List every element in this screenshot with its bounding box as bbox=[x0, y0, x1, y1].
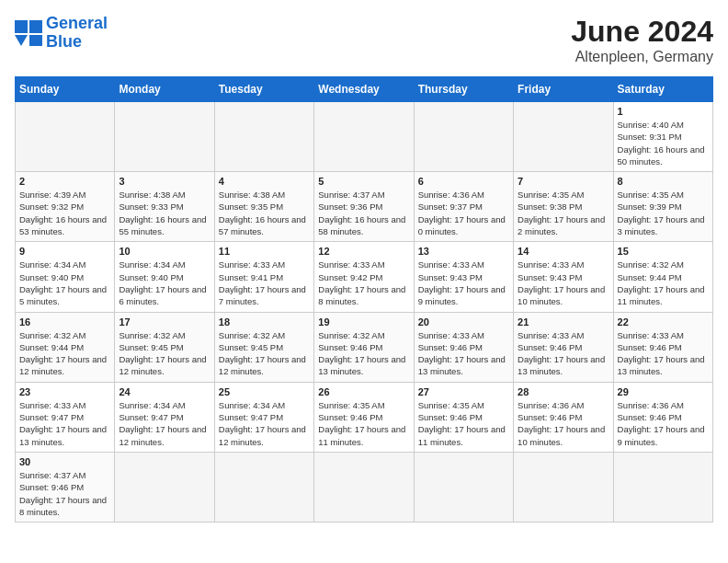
calendar-week-6: 30Sunrise: 4:37 AMSunset: 9:46 PMDayligh… bbox=[16, 452, 713, 522]
calendar-cell: 9Sunrise: 4:34 AMSunset: 9:40 PMDaylight… bbox=[16, 242, 115, 312]
calendar-cell: 28Sunrise: 4:36 AMSunset: 9:46 PMDayligh… bbox=[514, 382, 613, 452]
day-info: Sunrise: 4:32 AMSunset: 9:46 PMDaylight:… bbox=[318, 329, 409, 378]
day-info: Sunrise: 4:33 AMSunset: 9:42 PMDaylight:… bbox=[318, 259, 409, 307]
day-number: 9 bbox=[19, 246, 110, 257]
calendar-table: SundayMondayTuesdayWednesdayThursdayFrid… bbox=[15, 76, 713, 523]
calendar-cell: 24Sunrise: 4:34 AMSunset: 9:47 PMDayligh… bbox=[115, 382, 214, 452]
day-info: Sunrise: 4:39 AMSunset: 9:32 PMDaylight:… bbox=[19, 189, 110, 237]
calendar-week-1: 1Sunrise: 4:40 AMSunset: 9:31 PMDaylight… bbox=[16, 102, 713, 172]
calendar-cell bbox=[16, 102, 115, 172]
day-info: Sunrise: 4:33 AMSunset: 9:46 PMDaylight:… bbox=[618, 329, 709, 378]
day-number: 7 bbox=[518, 176, 609, 187]
header: GeneralBlue June 2024 Altenpleen, German… bbox=[15, 15, 713, 65]
day-number: 18 bbox=[219, 316, 310, 327]
calendar-cell: 27Sunrise: 4:35 AMSunset: 9:46 PMDayligh… bbox=[414, 382, 513, 452]
calendar-cell: 19Sunrise: 4:32 AMSunset: 9:46 PMDayligh… bbox=[314, 312, 414, 382]
day-info: Sunrise: 4:34 AMSunset: 9:40 PMDaylight:… bbox=[19, 259, 110, 307]
calendar-cell bbox=[115, 102, 214, 172]
svg-rect-1 bbox=[29, 20, 42, 33]
calendar-cell bbox=[214, 102, 313, 172]
calendar-cell: 5Sunrise: 4:37 AMSunset: 9:36 PMDaylight… bbox=[314, 172, 414, 242]
svg-marker-2 bbox=[15, 35, 28, 46]
calendar-cell: 15Sunrise: 4:32 AMSunset: 9:44 PMDayligh… bbox=[613, 242, 712, 312]
calendar-cell: 10Sunrise: 4:34 AMSunset: 9:40 PMDayligh… bbox=[115, 242, 214, 312]
calendar-cell: 17Sunrise: 4:32 AMSunset: 9:45 PMDayligh… bbox=[115, 312, 214, 382]
day-info: Sunrise: 4:38 AMSunset: 9:35 PMDaylight:… bbox=[219, 189, 310, 237]
calendar-cell: 29Sunrise: 4:36 AMSunset: 9:46 PMDayligh… bbox=[613, 382, 712, 452]
calendar-cell: 11Sunrise: 4:33 AMSunset: 9:41 PMDayligh… bbox=[214, 242, 313, 312]
weekday-header-wednesday: Wednesday bbox=[314, 77, 414, 102]
calendar-cell bbox=[414, 102, 513, 172]
day-info: Sunrise: 4:35 AMSunset: 9:46 PMDaylight:… bbox=[418, 399, 509, 448]
calendar-cell: 14Sunrise: 4:33 AMSunset: 9:43 PMDayligh… bbox=[514, 242, 613, 312]
day-number: 13 bbox=[418, 246, 509, 257]
calendar-subtitle: Altenpleen, Germany bbox=[571, 49, 713, 65]
calendar-cell bbox=[314, 102, 414, 172]
day-number: 8 bbox=[618, 176, 709, 187]
day-info: Sunrise: 4:34 AMSunset: 9:47 PMDaylight:… bbox=[219, 399, 310, 448]
day-info: Sunrise: 4:36 AMSunset: 9:37 PMDaylight:… bbox=[418, 189, 509, 237]
day-number: 6 bbox=[418, 176, 509, 187]
calendar-cell: 2Sunrise: 4:39 AMSunset: 9:32 PMDaylight… bbox=[16, 172, 115, 242]
day-info: Sunrise: 4:38 AMSunset: 9:33 PMDaylight:… bbox=[119, 189, 210, 237]
calendar-cell: 12Sunrise: 4:33 AMSunset: 9:42 PMDayligh… bbox=[314, 242, 414, 312]
calendar-cell: 7Sunrise: 4:35 AMSunset: 9:38 PMDaylight… bbox=[514, 172, 613, 242]
calendar-cell: 23Sunrise: 4:33 AMSunset: 9:47 PMDayligh… bbox=[16, 382, 115, 452]
day-info: Sunrise: 4:36 AMSunset: 9:46 PMDaylight:… bbox=[518, 399, 609, 448]
calendar-cell: 3Sunrise: 4:38 AMSunset: 9:33 PMDaylight… bbox=[115, 172, 214, 242]
day-info: Sunrise: 4:37 AMSunset: 9:36 PMDaylight:… bbox=[318, 189, 409, 237]
day-number: 29 bbox=[618, 386, 709, 397]
calendar-title: June 2024 bbox=[571, 15, 713, 49]
weekday-header-monday: Monday bbox=[115, 77, 214, 102]
day-info: Sunrise: 4:35 AMSunset: 9:39 PMDaylight:… bbox=[618, 189, 709, 237]
day-info: Sunrise: 4:40 AMSunset: 9:31 PMDaylight:… bbox=[618, 119, 709, 167]
weekday-header-thursday: Thursday bbox=[414, 77, 513, 102]
day-number: 2 bbox=[19, 176, 110, 187]
calendar-cell: 13Sunrise: 4:33 AMSunset: 9:43 PMDayligh… bbox=[414, 242, 513, 312]
calendar-cell: 22Sunrise: 4:33 AMSunset: 9:46 PMDayligh… bbox=[613, 312, 712, 382]
calendar-cell bbox=[314, 452, 414, 522]
day-number: 24 bbox=[119, 386, 210, 397]
day-number: 27 bbox=[418, 386, 509, 397]
calendar-cell: 1Sunrise: 4:40 AMSunset: 9:31 PMDaylight… bbox=[613, 102, 712, 172]
calendar-cell bbox=[214, 452, 313, 522]
day-number: 17 bbox=[119, 316, 210, 327]
day-number: 16 bbox=[19, 316, 110, 327]
calendar-cell: 4Sunrise: 4:38 AMSunset: 9:35 PMDaylight… bbox=[214, 172, 313, 242]
day-number: 21 bbox=[518, 316, 609, 327]
logo-blue: Blue bbox=[46, 32, 82, 51]
calendar-cell bbox=[514, 452, 613, 522]
day-number: 20 bbox=[418, 316, 509, 327]
day-number: 25 bbox=[219, 386, 310, 397]
day-info: Sunrise: 4:35 AMSunset: 9:38 PMDaylight:… bbox=[518, 189, 609, 237]
logo-icon bbox=[15, 20, 42, 46]
calendar-cell: 8Sunrise: 4:35 AMSunset: 9:39 PMDaylight… bbox=[613, 172, 712, 242]
day-info: Sunrise: 4:33 AMSunset: 9:47 PMDaylight:… bbox=[19, 399, 110, 448]
day-info: Sunrise: 4:33 AMSunset: 9:41 PMDaylight:… bbox=[219, 259, 310, 307]
day-info: Sunrise: 4:32 AMSunset: 9:44 PMDaylight:… bbox=[618, 259, 709, 307]
day-info: Sunrise: 4:32 AMSunset: 9:44 PMDaylight:… bbox=[19, 329, 110, 378]
weekday-header-friday: Friday bbox=[514, 77, 613, 102]
calendar-cell: 20Sunrise: 4:33 AMSunset: 9:46 PMDayligh… bbox=[414, 312, 513, 382]
day-number: 11 bbox=[219, 246, 310, 257]
calendar-cell: 21Sunrise: 4:33 AMSunset: 9:46 PMDayligh… bbox=[514, 312, 613, 382]
calendar-cell bbox=[115, 452, 214, 522]
day-number: 28 bbox=[518, 386, 609, 397]
calendar-week-4: 16Sunrise: 4:32 AMSunset: 9:44 PMDayligh… bbox=[16, 312, 713, 382]
calendar-cell: 26Sunrise: 4:35 AMSunset: 9:46 PMDayligh… bbox=[314, 382, 414, 452]
day-info: Sunrise: 4:35 AMSunset: 9:46 PMDaylight:… bbox=[318, 399, 409, 448]
day-number: 15 bbox=[618, 246, 709, 257]
calendar-week-3: 9Sunrise: 4:34 AMSunset: 9:40 PMDaylight… bbox=[16, 242, 713, 312]
title-area: June 2024 Altenpleen, Germany bbox=[571, 15, 713, 65]
calendar-cell bbox=[514, 102, 613, 172]
weekday-header-tuesday: Tuesday bbox=[214, 77, 313, 102]
day-number: 4 bbox=[219, 176, 310, 187]
calendar-cell: 30Sunrise: 4:37 AMSunset: 9:46 PMDayligh… bbox=[16, 452, 115, 522]
logo-general: General bbox=[46, 14, 108, 32]
day-number: 3 bbox=[119, 176, 210, 187]
logo: GeneralBlue bbox=[15, 15, 108, 52]
day-number: 19 bbox=[318, 316, 409, 327]
day-info: Sunrise: 4:33 AMSunset: 9:43 PMDaylight:… bbox=[518, 259, 609, 307]
calendar-cell bbox=[613, 452, 712, 522]
day-info: Sunrise: 4:34 AMSunset: 9:47 PMDaylight:… bbox=[119, 399, 210, 448]
